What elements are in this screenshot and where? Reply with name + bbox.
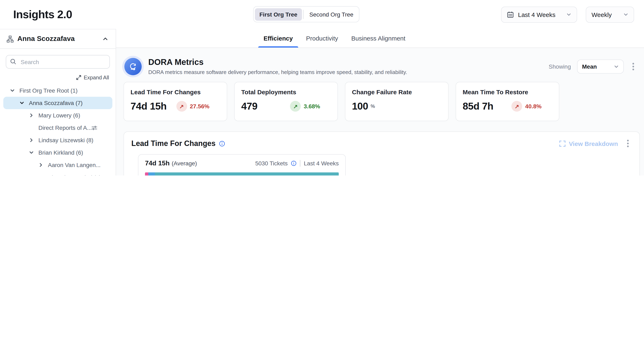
date-range-value: Last 4 Weeks	[518, 11, 556, 18]
sidebar-user-name: Anna Scozzafava	[17, 35, 98, 43]
tickets-count: 5030 Tickets	[255, 160, 288, 167]
filter-sliders-icon[interactable]	[91, 125, 98, 131]
tree-item-sireesha-kunduri-7[interactable]: Sireesha Kunduri (7)	[3, 171, 112, 176]
chevron-right-icon[interactable]	[38, 162, 44, 167]
tree-item-label: Direct Reports of A...	[38, 124, 91, 131]
avg-bar-segment-deployment	[155, 172, 339, 176]
metric-card-title: Change Failure Rate	[352, 89, 442, 96]
chevron-down-icon[interactable]	[9, 88, 16, 93]
toggle-first-org-tree[interactable]: First Org Tree	[255, 8, 302, 21]
toggle-divider	[303, 10, 304, 19]
trend-up-arrow-icon: ↗	[512, 101, 522, 112]
sidebar-search	[6, 55, 110, 69]
view-breakdown-label: View Breakdown	[569, 140, 618, 147]
showing-select[interactable]: Mean	[577, 59, 624, 73]
info-icon[interactable]	[219, 140, 225, 147]
chevron-down-icon	[566, 12, 571, 17]
tab-efficiency[interactable]: Efficiency	[262, 29, 294, 48]
chevron-down-icon[interactable]	[28, 150, 35, 155]
metric-card-change-failure-rate: Change Failure Rate100%	[345, 82, 448, 121]
insights-app: Insights 2.0 First Org Tree Second Org T…	[0, 0, 644, 176]
metric-card-value: 85d 7h	[463, 101, 493, 112]
dora-metrics-header: DORA Metrics DORA metrics measure softwa…	[124, 58, 639, 75]
calendar-icon	[507, 11, 514, 18]
expand-icon	[559, 140, 566, 147]
dora-cycle-icon	[124, 58, 142, 75]
chevron-right-icon[interactable]	[28, 138, 35, 143]
content-area: DORA Metrics DORA metrics measure softwa…	[116, 48, 644, 176]
average-value: 74d 15h	[145, 160, 170, 167]
chevron-down-icon	[614, 64, 619, 69]
tab-bar: EfficiencyProductivityBusiness Alignment	[116, 29, 644, 48]
metric-card-title: Lead Time For Changes	[130, 89, 220, 96]
metric-card-total-deployments: Total Deployments479↗3.68%	[234, 82, 338, 121]
divider	[300, 160, 300, 167]
org-sidebar: Anna Scozzafava Expand All First Org Tre…	[0, 29, 116, 176]
metric-card-title: Total Deployments	[241, 89, 331, 96]
trend-badge: ↗27.56%	[176, 101, 210, 112]
tree-item-mary-lowery-6[interactable]: Mary Lowery (6)	[3, 109, 112, 122]
dora-kebab-menu-icon[interactable]	[630, 61, 636, 72]
tab-productivity[interactable]: Productivity	[305, 29, 339, 48]
lead-time-panel: Lead Time For Changes View Breakdown	[124, 132, 640, 176]
metric-cards: Lead Time For Changes74d 15h↗27.56%Total…	[124, 82, 640, 121]
org-tree-toggle: First Org Tree Second Org Tree	[253, 6, 360, 22]
dora-title: DORA Metrics	[148, 58, 407, 67]
chevron-right-icon[interactable]	[38, 175, 44, 176]
tree-item-label: First Org Tree Root (1)	[20, 87, 78, 94]
search-input[interactable]	[6, 55, 110, 69]
tree-item-label: Brian Kirkland (6)	[38, 149, 83, 156]
sidebar-collapse-chevron-up-icon[interactable]	[102, 35, 109, 43]
tree-item-label: Sireesha Kunduri (7)	[48, 174, 101, 176]
lead-time-panel-controls: View Breakdown	[559, 138, 632, 149]
tree-item-anna-scozzafava-7[interactable]: Anna Scozzafava (7)	[3, 97, 112, 109]
chevron-right-icon[interactable]	[28, 113, 35, 118]
org-tree: First Org Tree Root (1)Anna Scozzafava (…	[0, 82, 116, 176]
toggle-second-org-tree[interactable]: Second Org Tree	[305, 8, 358, 21]
average-period: Last 4 Weeks	[304, 160, 339, 167]
avg-bar-segment-planning	[145, 172, 148, 176]
granularity-value: Weekly	[592, 11, 612, 18]
view-breakdown-button[interactable]: View Breakdown	[559, 140, 618, 147]
date-range-select[interactable]: Last 4 Weeks	[501, 7, 577, 23]
app-title: Insights 2.0	[13, 8, 72, 21]
tree-item-brian-kirkland-6[interactable]: Brian Kirkland (6)	[3, 146, 112, 159]
info-icon[interactable]	[291, 160, 297, 166]
tree-item-direct-reports-of-a[interactable]: Direct Reports of A...	[3, 122, 112, 134]
metric-card-unit: %	[370, 103, 375, 109]
tree-item-label: Lindsay Liszewski (8)	[38, 137, 93, 143]
metric-card-value: 479	[241, 101, 257, 112]
lead-time-title-group: Lead Time For Changes	[131, 139, 225, 148]
sidebar-header: Anna Scozzafava	[0, 29, 116, 49]
main-area: EfficiencyProductivityBusiness Alignment…	[116, 29, 644, 176]
lead-time-title: Lead Time For Changes	[131, 139, 216, 148]
tree-item-first-org-tree-root-1[interactable]: First Org Tree Root (1)	[3, 84, 112, 97]
metric-card-value: 100	[352, 101, 368, 112]
showing-value: Mean	[582, 63, 597, 70]
chevron-down-icon[interactable]	[18, 101, 25, 105]
tree-item-label: Mary Lowery (6)	[38, 112, 80, 119]
metric-card-title: Mean Time To Restore	[463, 89, 552, 96]
dora-controls: Showing Mean	[549, 59, 639, 73]
trend-badge: ↗3.68%	[290, 101, 320, 112]
tree-item-lindsay-liszewski-8[interactable]: Lindsay Liszewski (8)	[3, 134, 112, 146]
trend-up-arrow-icon: ↗	[290, 101, 301, 112]
avg-bar-segment-review	[148, 172, 155, 176]
dora-description: DORA metrics measure software delivery p…	[148, 69, 407, 75]
tree-item-aaron-van-langen[interactable]: Aaron Van Langen...	[3, 159, 112, 171]
top-bar-controls: Last 4 Weeks Weekly	[501, 7, 634, 23]
lead-time-kebab-menu-icon[interactable]	[624, 138, 631, 149]
lead-time-panel-header: Lead Time For Changes View Breakdown	[131, 138, 632, 149]
showing-label: Showing	[549, 63, 571, 70]
trend-delta-value: 27.56%	[190, 103, 210, 110]
metric-card-mean-time-to-restore: Mean Time To Restore85d 7h↗40.8%	[456, 82, 559, 121]
trend-delta-value: 40.8%	[525, 103, 542, 110]
dora-titles: DORA Metrics DORA metrics measure softwa…	[148, 58, 407, 75]
metric-card-value: 74d 15h	[130, 101, 167, 112]
search-icon	[10, 58, 16, 65]
tab-business-alignment[interactable]: Business Alignment	[350, 29, 407, 48]
average-stacked-bar	[145, 172, 339, 176]
granularity-select[interactable]: Weekly	[586, 7, 634, 23]
average-note: (Average)	[172, 160, 197, 167]
expand-all-button[interactable]: Expand All	[0, 70, 116, 82]
